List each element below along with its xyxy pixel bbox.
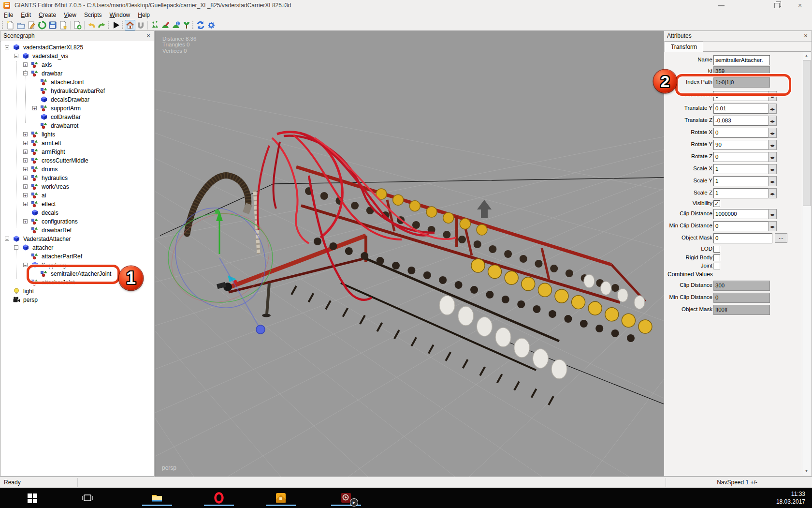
terrain-paint-button[interactable]: [160, 20, 170, 30]
restore-button[interactable]: [769, 0, 785, 11]
checkbox-rigid-body[interactable]: [713, 254, 720, 261]
taskbar-opera-browser-button[interactable]: [204, 490, 233, 506]
spinner-rotate-x[interactable]: ◀▶: [768, 128, 777, 138]
tree-item-drawbar[interactable]: −drawbar: [1, 69, 154, 78]
spinner-clip-distance[interactable]: ◀▶: [768, 209, 777, 219]
tab-transform[interactable]: Transform: [665, 41, 703, 52]
tree-expander-collapsed-icon[interactable]: +: [23, 158, 28, 163]
tree-item-VaderstadAttacher[interactable]: −VaderstadAttacher: [1, 235, 154, 243]
tree-expander-collapsed-icon[interactable]: +: [23, 202, 28, 206]
tree-item-armLeft[interactable]: +armLeft: [1, 139, 154, 148]
toolbar-grip[interactable]: [122, 21, 124, 29]
tree-item-attacher[interactable]: −attacher: [1, 243, 154, 252]
tree-item-attacherPartRef[interactable]: attacherPartRef: [1, 252, 154, 261]
add-object-button[interactable]: [72, 20, 82, 30]
spinner-rotate-y[interactable]: ◀▶: [768, 140, 777, 150]
tree-item-supportArm[interactable]: +supportArm: [1, 104, 154, 113]
tree-item-vaderstadCarrierXL825[interactable]: −vaderstadCarrierXL825: [1, 43, 154, 52]
tree-expander-expanded-icon[interactable]: −: [23, 263, 28, 267]
field-clip-distance[interactable]: 1000000: [713, 209, 770, 219]
physics-sim-button[interactable]: [196, 20, 205, 30]
terrain-detail-button[interactable]: [171, 20, 181, 30]
tree-expander-collapsed-icon[interactable]: +: [23, 219, 28, 224]
tree-expander-collapsed-icon[interactable]: +: [23, 132, 28, 136]
edit-scene-button[interactable]: [27, 20, 36, 30]
new-file-button[interactable]: [5, 20, 15, 30]
tree-item-drawbarrot[interactable]: drawbarrot: [1, 121, 154, 130]
tree-expander-collapsed-icon[interactable]: +: [23, 149, 28, 154]
viewport-3d[interactable]: Distance 8.36Triangles 0Vertices 0 persp: [155, 30, 664, 477]
open-file-button[interactable]: [16, 20, 26, 30]
field-scale-z[interactable]: 1: [713, 188, 770, 198]
field-name[interactable]: semitrailerAttacher.: [713, 55, 770, 65]
spinner-translate-z[interactable]: ◀▶: [768, 116, 777, 126]
taskbar-start-button[interactable]: [18, 490, 47, 506]
tree-item-colDrawBar[interactable]: colDrawBar: [1, 113, 154, 121]
import-button[interactable]: [58, 20, 68, 30]
tree-item-vaderstad_vis[interactable]: −vaderstad_vis: [1, 52, 154, 60]
checkbox-visibility[interactable]: ✓: [713, 200, 720, 207]
toolbar-grip[interactable]: [108, 21, 110, 29]
field-scale-y[interactable]: 1: [713, 176, 770, 186]
field-rotate-z[interactable]: 0: [713, 152, 770, 162]
minimize-button[interactable]: [713, 0, 730, 11]
spinner-scale-z[interactable]: ◀▶: [768, 188, 777, 198]
play-button[interactable]: [111, 20, 121, 30]
tree-item-drawbarRef[interactable]: drawbarRef: [1, 226, 154, 235]
tree-item-decalsDrawbar[interactable]: decalsDrawbar: [1, 95, 154, 104]
tree-item-workAreas[interactable]: +workAreas: [1, 182, 154, 191]
tree-expander-expanded-icon[interactable]: −: [5, 237, 9, 241]
undo-button[interactable]: [87, 20, 96, 30]
redo-button[interactable]: [97, 20, 107, 30]
tree-item-configurations[interactable]: +configurations: [1, 217, 154, 226]
tree-item-ai[interactable]: +ai: [1, 191, 154, 200]
physics-settings-button[interactable]: [206, 20, 216, 30]
spinner-translate-y[interactable]: ◀▶: [768, 104, 777, 114]
object-mask-browse-button[interactable]: ...: [775, 233, 787, 243]
plant-brush-button[interactable]: [182, 20, 191, 30]
toolbar-grip[interactable]: [192, 21, 195, 29]
snap-magnet-button[interactable]: [136, 20, 145, 30]
taskbar-media-player-button[interactable]: ▶: [332, 490, 361, 506]
checkbox-lod[interactable]: [713, 246, 720, 253]
tree-item-attacherJoint[interactable]: attacherJoint: [1, 78, 154, 87]
scrollbar-thumb[interactable]: [803, 60, 811, 206]
menu-item-help[interactable]: Help: [134, 11, 154, 19]
spinner-scale-y[interactable]: ◀▶: [768, 176, 777, 186]
tree-expander-collapsed-icon[interactable]: +: [23, 176, 28, 180]
tree-item-drums[interactable]: +drums: [1, 165, 154, 174]
tree-expander-expanded-icon[interactable]: −: [14, 54, 18, 58]
menu-item-file[interactable]: File: [0, 11, 17, 19]
field-rotate-y[interactable]: 90: [713, 140, 770, 150]
tree-item-hydraulicDrawbarRef[interactable]: hydraulicDrawbarRef: [1, 87, 154, 95]
attributes-scrollbar[interactable]: ▲ ▼: [802, 52, 811, 475]
tree-expander-collapsed-icon[interactable]: +: [23, 62, 28, 67]
menu-item-view[interactable]: View: [60, 11, 80, 19]
tree-item-lights[interactable]: +lights: [1, 130, 154, 139]
field-rotate-x[interactable]: 0: [713, 128, 770, 138]
menu-item-edit[interactable]: Edit: [17, 11, 35, 19]
tree-item-axis[interactable]: +axis: [1, 60, 154, 69]
scenegraph-close-icon[interactable]: ×: [145, 32, 152, 40]
tree-expander-expanded-icon[interactable]: −: [14, 245, 18, 250]
spinner-scale-x[interactable]: ◀▶: [768, 164, 777, 174]
tree-expander-collapsed-icon[interactable]: +: [23, 141, 28, 145]
taskbar-clock[interactable]: 11:33 18.03.2017: [776, 490, 805, 506]
scroll-down-icon[interactable]: ▼: [802, 467, 811, 475]
field-scale-x[interactable]: 1: [713, 164, 770, 174]
scroll-up-icon[interactable]: ▲: [802, 52, 811, 60]
close-button[interactable]: ×: [792, 0, 808, 11]
tree-item-armRight[interactable]: +armRight: [1, 148, 154, 156]
spinner-min-clip-distance[interactable]: ◀▶: [768, 221, 777, 231]
save-button[interactable]: [48, 20, 58, 30]
taskbar-giants-editor-button[interactable]: [266, 490, 295, 506]
navigation-home-button[interactable]: [125, 20, 135, 30]
attributes-close-icon[interactable]: ×: [802, 32, 809, 40]
field-translate-z[interactable]: -0.083: [713, 116, 770, 126]
tree-item-hydraulics[interactable]: +hydraulics: [1, 174, 154, 182]
terrain-sculpt-button[interactable]: [150, 20, 160, 30]
tree-item-crossCutterMiddle[interactable]: +crossCutterMiddle: [1, 156, 154, 165]
field-object-mask[interactable]: 0: [713, 233, 772, 243]
tree-expander-collapsed-icon[interactable]: +: [32, 106, 37, 110]
field-min-clip-distance[interactable]: 0: [713, 221, 770, 231]
